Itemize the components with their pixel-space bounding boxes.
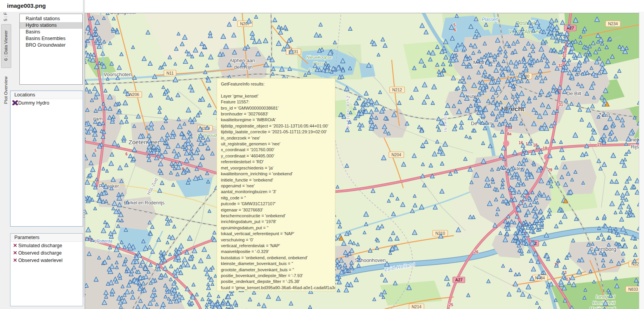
parameter-item-simulated-discharge[interactable]: ✕ Simulated discharge [10, 242, 83, 249]
x-marker-icon: ✕ [12, 257, 18, 263]
svg-text:6: 6 [125, 152, 128, 156]
parameter-item-label: Observed discharge [18, 250, 62, 256]
svg-text:18: 18 [543, 146, 547, 150]
locations-header: Locations [10, 91, 83, 99]
layers-item-rainfall-stations[interactable]: Rainfall stations [20, 16, 82, 22]
svg-text:Zoetermeer: Zoetermeer [128, 139, 160, 145]
svg-text:Nieuwkoopse: Nieuwkoopse [306, 55, 332, 59]
svg-text:N212: N212 [392, 87, 402, 92]
svg-text:8a: 8a [507, 131, 512, 136]
tab-data-viewer[interactable]: 6 : Data Viewer [3, 30, 8, 61]
tab-plot-overview[interactable]: Plot Overview [3, 77, 8, 104]
svg-text:Oostelijke: Oostelijke [515, 20, 539, 26]
svg-text:De Bilt: De Bilt [566, 91, 582, 96]
x-marker-icon: ✕ [12, 243, 18, 248]
svg-text:Berkel en Rodenrijs: Berkel en Rodenrijs [124, 200, 165, 206]
svg-text:N11: N11 [167, 71, 174, 75]
svg-text:Mariënwaerdt: Mariënwaerdt [590, 306, 616, 309]
title-bar: image003.png [0, 0, 644, 12]
map-view[interactable]: OegstgeestVoorschotendamZoetermeerPijnac… [85, 13, 639, 309]
parameters-panel: Parameters ✕ Simulated discharge ✕ Obser… [10, 233, 83, 306]
layers-item-hydro-stations[interactable]: Hydro stations [20, 22, 82, 29]
svg-text:6: 6 [454, 28, 456, 32]
svg-text:N214: N214 [411, 304, 421, 309]
svg-text:✈ Rotterda: ✈ Rotterda [92, 239, 112, 243]
parameter-item-observed-waterlevel[interactable]: ✕ Observed waterlevel [10, 257, 83, 264]
svg-text:32: 32 [562, 53, 567, 58]
parameters-header: Parameters [10, 234, 83, 242]
svg-text:Alphen aan: Alphen aan [229, 58, 255, 63]
svg-text:13: 13 [566, 277, 571, 281]
location-item-dummy-hydro[interactable]: Dummy Hydro [10, 99, 83, 106]
tab-5-f[interactable]: 5 : F [3, 12, 8, 21]
right-gutter [639, 12, 644, 309]
svg-text:18: 18 [533, 143, 538, 147]
layers-list: Rainfall stations Hydro stations Basins … [19, 14, 83, 85]
svg-text:N234: N234 [608, 21, 618, 26]
window-title: image003.png [7, 2, 46, 9]
svg-text:Oegstgeest: Oegstgeest [110, 13, 136, 15]
location-item-label: Dummy Hydro [18, 100, 49, 106]
svg-text:5: 5 [94, 148, 97, 153]
svg-text:19: 19 [597, 142, 602, 147]
getfeatureinfo-popup: GetFeatureInfo results: Layer 'gmw_kense… [217, 78, 335, 291]
layers-item-basins[interactable]: Basins [20, 29, 82, 35]
svg-text:Plassen: Plassen [482, 17, 498, 22]
svg-text:Rijsenburg: Rijsenburg [631, 144, 639, 150]
svg-text:26: 26 [474, 250, 479, 254]
svg-text:A27: A27 [455, 278, 462, 282]
svg-text:Culemborg: Culemborg [590, 246, 616, 252]
svg-text:5: 5 [453, 23, 456, 27]
application-window: image003.png 5 : F 6 : Data Viewer Plot … [0, 0, 644, 309]
layers-item-bro-groundwater[interactable]: BRO Groundwater [20, 42, 82, 49]
layers-item-basins-ensembles[interactable]: Basins Ensembles [20, 35, 82, 42]
locations-panel: Locations Dummy Hydro [10, 91, 83, 227]
parameter-item-observed-discharge[interactable]: ✕ Observed discharge [10, 249, 83, 257]
left-dock: 5 : F 6 : Data Viewer Plot Overview Rain… [0, 12, 85, 309]
x-marker-icon: ✕ [12, 250, 18, 256]
parameter-item-label: Simulated discharge [18, 243, 62, 248]
svg-text:Utrecht: Utrecht [443, 113, 448, 133]
svg-text:N833: N833 [628, 287, 638, 292]
svg-text:Landgoed: Landgoed [596, 294, 615, 299]
svg-text:dam: dam [93, 116, 102, 122]
svg-text:31: 31 [559, 102, 563, 107]
parameter-item-label: Observed waterlevel [18, 258, 62, 263]
svg-text:29: 29 [548, 168, 552, 172]
svg-text:N204: N204 [391, 152, 401, 157]
svg-text:25: 25 [449, 302, 453, 307]
svg-text:N206: N206 [129, 92, 139, 97]
location-marker-icon [12, 100, 18, 105]
map-canvas: OegstgeestVoorschotendamZoetermeerPijnac… [85, 13, 639, 309]
